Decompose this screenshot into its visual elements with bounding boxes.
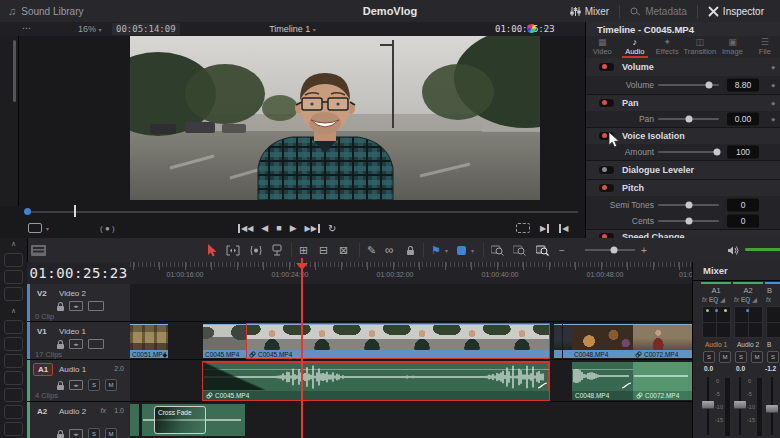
auto-select-icon[interactable]: ◂▸ — [69, 380, 83, 390]
keyframe-icon[interactable]: ◆ — [771, 100, 775, 106]
channel-fx-row[interactable]: fx EQ ◢ — [702, 296, 725, 304]
side-button[interactable] — [4, 337, 23, 351]
transition-diamond-icon[interactable]: ◆ — [162, 351, 167, 358]
cents-value[interactable]: 0 — [727, 215, 759, 228]
playhead-marker[interactable] — [296, 263, 308, 270]
side-button[interactable] — [4, 320, 23, 334]
scrubber-playhead[interactable] — [74, 205, 76, 217]
viewer-more-icon[interactable]: ⋯ — [543, 23, 553, 33]
track-header-v1[interactable]: V1 Video 1 ◂▸ 17 Clips — [27, 322, 130, 360]
filmstrip-icon[interactable] — [88, 339, 104, 349]
viewer-fit-menu[interactable]: ▾ — [28, 218, 49, 238]
vertical-scrollbar[interactable] — [13, 40, 16, 102]
track-header-a2[interactable]: A2 Audio 2 fx 1.0 ◂▸ S M — [27, 402, 130, 438]
pan-slider[interactable] — [658, 118, 719, 120]
overwrite-clip-button[interactable]: ⊟ — [319, 238, 328, 262]
audio-clip[interactable]: C0072.MP4 — [633, 362, 692, 400]
zoom-fit-button[interactable] — [491, 238, 504, 262]
match-frame-prev-icon[interactable]: ◀ — [559, 224, 568, 233]
metadata-button[interactable]: Metadata — [620, 4, 697, 18]
mute-button[interactable]: M — [105, 379, 117, 391]
position-lock-button[interactable] — [407, 238, 414, 262]
channel-fx-row[interactable]: fx EQ ◢ — [734, 296, 757, 304]
monitor-volume-slider[interactable] — [745, 248, 780, 251]
tab-image[interactable]: ▣ Image — [716, 36, 749, 58]
flag-button[interactable]: ⚑ — [431, 238, 441, 262]
play-reverse-button[interactable]: ◀ — [261, 223, 268, 233]
stabilize-icon[interactable]: ( ● ) — [100, 218, 115, 238]
solo-button[interactable]: S — [735, 351, 747, 363]
video-clip[interactable] — [554, 324, 562, 358]
timeline-selector[interactable]: Timeline 1 ▾ — [269, 24, 316, 34]
lock-icon[interactable] — [57, 434, 64, 438]
auto-select-icon[interactable]: ◂▸ — [69, 429, 83, 438]
viewer-scrubber[interactable] — [26, 211, 578, 213]
loop-button[interactable]: ↻ — [328, 223, 336, 234]
track-content-a2[interactable]: Cross Fade — [130, 402, 692, 438]
side-button[interactable] — [4, 270, 23, 284]
keyframe-icon[interactable]: ◆ — [771, 64, 775, 70]
voice-isolation-amount-value[interactable]: 100 — [727, 146, 759, 159]
video-clip[interactable]: C0045.MP4 — [203, 324, 247, 358]
solo-button[interactable]: S — [88, 379, 100, 391]
inspector-button[interactable]: Inspector — [698, 4, 774, 18]
channel-fx-row[interactable]: fx — [766, 296, 771, 303]
zoom-custom-button[interactable] — [536, 238, 549, 262]
volume-slider[interactable] — [658, 84, 719, 86]
audio-monitor-button[interactable] — [727, 238, 739, 262]
razor-tool[interactable] — [271, 238, 283, 262]
mixer-button[interactable]: Mixer — [560, 4, 619, 18]
pan-toggle[interactable] — [598, 98, 615, 108]
fader-handle[interactable] — [766, 405, 778, 413]
fader-handle[interactable] — [702, 401, 714, 409]
pan-value[interactable]: 0.00 — [727, 113, 759, 126]
flag-dropdown[interactable]: ▾ — [445, 238, 448, 262]
video-preview[interactable] — [130, 36, 540, 200]
pan-grid[interactable] — [766, 306, 780, 338]
snapping-button[interactable]: ✎ — [367, 238, 376, 262]
side-button[interactable] — [4, 422, 23, 436]
timeline-zoom-slider[interactable] — [585, 249, 635, 251]
lock-icon[interactable] — [57, 306, 64, 311]
cents-slider[interactable] — [658, 220, 719, 222]
loop-range-icon[interactable] — [516, 223, 530, 233]
skip-backward-button[interactable]: ◀◀ — [238, 224, 253, 233]
zoom-in-button[interactable]: + — [641, 238, 647, 262]
voice-isolation-amount-slider[interactable] — [658, 151, 719, 153]
mute-button[interactable]: M — [719, 351, 731, 363]
auto-select-icon[interactable]: ◂▸ — [69, 339, 83, 349]
dialogue-leveler-toggle[interactable] — [598, 165, 615, 175]
track-content-v2[interactable] — [130, 284, 692, 322]
filmstrip-icon[interactable] — [88, 301, 104, 311]
tab-audio[interactable]: ♪ Audio — [619, 36, 652, 58]
color-wheel-icon[interactable] — [527, 24, 536, 33]
marker-dropdown[interactable]: ▾ — [471, 238, 474, 262]
trim-edit-tool[interactable] — [226, 238, 240, 262]
audio-clip[interactable]: C0048.MP4 — [572, 362, 633, 400]
keyframe-icon[interactable]: ◆ — [771, 116, 775, 122]
fader-handle[interactable] — [734, 401, 746, 409]
side-button[interactable] — [4, 388, 23, 402]
fade-handle-icon[interactable] — [622, 382, 631, 389]
track-content-a1[interactable]: C0045.MP4 C0048.MP4 C0072.MP4 — [130, 360, 692, 402]
video-clip[interactable]: C0051.MP4 ◆ — [130, 324, 168, 358]
pan-grid[interactable] — [702, 306, 731, 338]
solo-button[interactable]: S — [767, 351, 779, 363]
side-button[interactable] — [4, 354, 23, 368]
lock-icon[interactable] — [57, 385, 64, 390]
skip-forward-button[interactable]: ▶▶ — [305, 224, 320, 233]
solo-button[interactable]: S — [703, 351, 715, 363]
channel-gain-value[interactable]: -1.2 — [765, 365, 776, 372]
track-id-armed[interactable]: A1 — [33, 363, 53, 376]
channel-gain-value[interactable]: 0.0 — [736, 365, 745, 372]
volume-value[interactable]: 8.80 — [727, 79, 759, 92]
keyframe-icon[interactable]: ◆ — [771, 82, 775, 88]
timeline-ruler[interactable]: 01:00:16:00 01:00:24:00 01:00:32:00 01:0… — [130, 262, 692, 285]
tab-effects[interactable]: ✦ Effects — [651, 36, 684, 58]
auto-select-icon[interactable]: ◂▸ — [69, 301, 83, 311]
link-clips-button[interactable]: ∞ — [385, 238, 394, 262]
fade-handle-icon[interactable] — [538, 382, 547, 389]
side-button[interactable] — [4, 371, 23, 385]
pan-grid[interactable] — [734, 306, 763, 338]
zoom-full-button[interactable] — [513, 238, 526, 262]
